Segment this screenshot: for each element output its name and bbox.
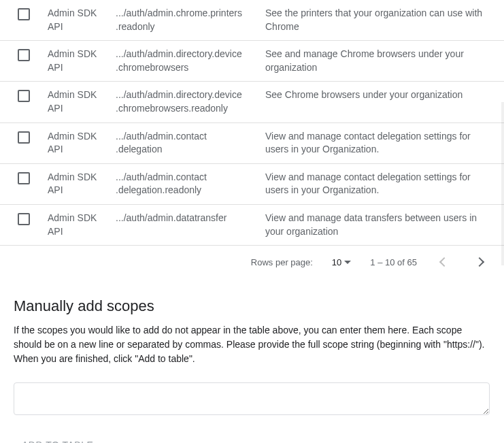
api-cell: Admin SDK API	[48, 88, 116, 115]
pagination-range: 1 – 10 of 65	[370, 257, 417, 267]
table-row: Admin SDK API .../auth/admin.directory.d…	[0, 41, 504, 82]
desc-cell: See Chrome browsers under your organizat…	[265, 88, 504, 102]
desc-cell: View and manage data transfers between u…	[265, 212, 504, 238]
row-checkbox[interactable]	[18, 49, 30, 61]
scope-cell: .../auth/admin.directory.device .chromeb…	[116, 48, 265, 74]
scope-cell: .../auth/admin.datatransfer	[116, 212, 265, 225]
api-cell: Admin SDK API	[48, 212, 116, 238]
scrollbar[interactable]	[501, 102, 504, 265]
scope-cell: .../auth/admin.contact .delegation	[116, 130, 265, 157]
scope-cell: .../auth/admin.directory.device .chromeb…	[116, 88, 265, 115]
desc-cell: View and manage contact delegation setti…	[265, 130, 504, 157]
add-to-table-button[interactable]: ADD TO TABLE	[14, 434, 490, 443]
chevron-right-icon	[475, 257, 484, 267]
api-cell: Admin SDK API	[48, 7, 116, 33]
manual-add-section: Manually add scopes If the scopes you wo…	[0, 297, 504, 443]
desc-cell: See and manage Chrome browsers under you…	[265, 48, 504, 74]
table-row: Admin SDK API .../auth/admin.datatransfe…	[0, 205, 504, 246]
row-checkbox[interactable]	[18, 213, 30, 225]
api-cell: Admin SDK API	[48, 171, 116, 197]
api-cell: Admin SDK API	[48, 130, 116, 157]
row-checkbox[interactable]	[18, 90, 30, 102]
next-page-button[interactable]	[471, 254, 488, 270]
scope-cell: .../auth/admin.contact .delegation.reado…	[116, 171, 265, 197]
row-checkbox[interactable]	[18, 131, 30, 144]
rows-per-page-label: Rows per page:	[251, 257, 313, 267]
pagination: Rows per page: 10 1 – 10 of 65	[0, 246, 504, 278]
chevron-left-icon	[439, 257, 449, 267]
manual-heading: Manually add scopes	[14, 297, 490, 315]
row-checkbox[interactable]	[18, 8, 30, 20]
scopes-textarea[interactable]	[14, 382, 490, 415]
api-cell: Admin SDK API	[48, 48, 116, 74]
caret-down-icon	[344, 261, 351, 264]
table-row: Admin SDK API .../auth/admin.contact .de…	[0, 164, 504, 205]
rows-per-page-select[interactable]: 10	[332, 257, 351, 267]
prev-page-button[interactable]	[436, 254, 452, 270]
scopes-table: Admin SDK API .../auth/admin.chrome.prin…	[0, 0, 504, 246]
table-row: Admin SDK API .../auth/admin.chrome.prin…	[0, 0, 504, 41]
manual-description: If the scopes you would like to add do n…	[14, 323, 490, 366]
table-row: Admin SDK API .../auth/admin.directory.d…	[0, 82, 504, 122]
row-checkbox[interactable]	[18, 172, 30, 184]
table-row: Admin SDK API .../auth/admin.contact .de…	[0, 123, 504, 164]
desc-cell: View and manage contact delegation setti…	[265, 171, 504, 197]
desc-cell: See the printers that your organization …	[265, 7, 504, 33]
scope-cell: .../auth/admin.chrome.printers .readonly	[116, 7, 265, 33]
rows-per-page-value: 10	[332, 257, 341, 267]
